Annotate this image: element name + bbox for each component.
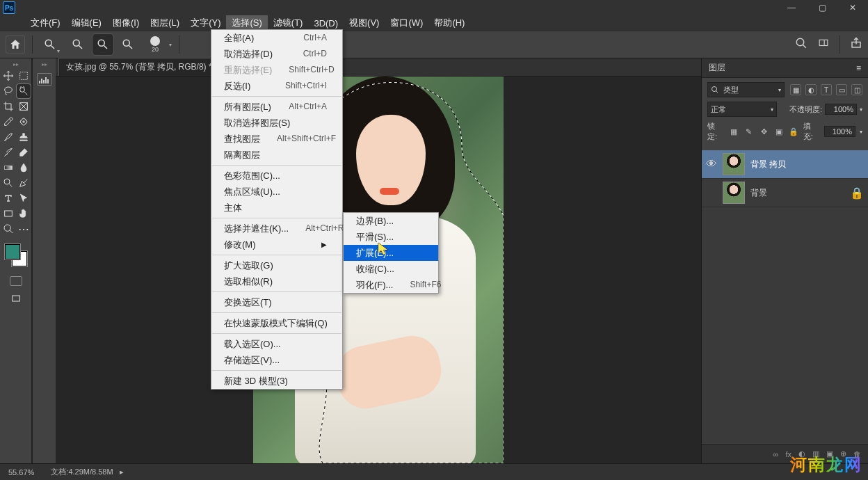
tool-preset-picker[interactable]: ▾ (40, 34, 61, 55)
history-brush-icon[interactable] (1, 145, 15, 159)
fill-value[interactable]: 100% (824, 126, 855, 137)
eraser-tool-icon[interactable] (17, 145, 31, 159)
stamp-tool-icon[interactable] (17, 130, 31, 144)
pen-tool-icon[interactable] (17, 176, 31, 190)
dodge-tool-icon[interactable] (1, 176, 15, 190)
move-tool-icon[interactable] (1, 69, 15, 83)
menu-item[interactable]: 取消选择(D)Ctrl+D (211, 46, 342, 62)
home-button[interactable] (6, 35, 25, 54)
collapsed-panel-icon[interactable] (37, 73, 52, 86)
menu-item[interactable]: 视图(V) (344, 15, 385, 31)
filter-smart-icon[interactable]: ◫ (851, 84, 862, 95)
menu-item[interactable]: 主体 (211, 200, 342, 216)
opacity-value[interactable]: 100% (825, 104, 857, 115)
lock-artboard-icon[interactable]: ▣ (773, 126, 785, 137)
lock-all-icon[interactable]: 🔒 (788, 126, 799, 137)
new-selection-icon[interactable] (67, 34, 88, 55)
menu-item[interactable]: 全部(A)Ctrl+A (211, 30, 342, 46)
healing-tool-icon[interactable] (17, 115, 31, 129)
subtract-selection-icon[interactable] (118, 34, 138, 55)
brush-picker[interactable]: 20 ▾ (145, 35, 172, 54)
maximize-button[interactable]: ▢ (807, 0, 837, 15)
path-select-icon[interactable] (17, 191, 31, 205)
workspace-icon[interactable] (817, 38, 830, 51)
menu-item[interactable]: 帮助(H) (428, 15, 470, 31)
quick-select-tool-icon[interactable] (17, 84, 31, 98)
rectangle-tool-icon[interactable] (1, 207, 15, 221)
brush-tool-icon[interactable] (1, 130, 15, 144)
menu-item[interactable]: 色彩范围(C)... (211, 168, 342, 184)
submenu-item[interactable]: 平滑(S)... (344, 229, 438, 245)
submenu-item[interactable]: 羽化(F)...Shift+F6 (344, 277, 438, 293)
color-swatches[interactable] (3, 243, 29, 268)
menu-item[interactable]: 图像(I) (107, 15, 145, 31)
zoom-level[interactable]: 55.67% (8, 468, 34, 477)
blur-tool-icon[interactable] (17, 161, 31, 175)
add-selection-icon[interactable] (93, 34, 113, 55)
blend-mode-select[interactable]: 正常 ▾ (707, 102, 777, 117)
layer-row[interactable]: 背景🔒 (702, 179, 868, 207)
panel-menu-icon[interactable]: ≡ (856, 63, 861, 73)
layer-filter-select[interactable]: 类型 ▾ (707, 82, 785, 97)
quick-mask-icon[interactable] (10, 276, 22, 286)
opacity-label: 不透明度: (789, 104, 822, 115)
menu-item[interactable]: 取消选择图层(S) (211, 115, 342, 131)
filter-pixel-icon[interactable]: ▦ (790, 84, 801, 95)
menu-item[interactable]: 滤镜(T) (268, 15, 309, 31)
screen-mode-icon[interactable] (9, 291, 23, 305)
minimize-button[interactable]: — (776, 0, 807, 15)
eyedropper-tool-icon[interactable] (1, 115, 15, 129)
panel-footer-icon[interactable]: ∞ (773, 450, 779, 458)
crop-tool-icon[interactable] (1, 99, 15, 113)
hand-tool-icon[interactable] (17, 207, 31, 221)
menu-item[interactable]: 3D(D) (308, 17, 344, 30)
menu-item[interactable]: 隔离图层 (211, 147, 342, 163)
menu-item[interactable]: 修改(M)▶ (211, 237, 342, 253)
menu-item[interactable]: 查找图层Alt+Shift+Ctrl+F (211, 131, 342, 147)
menu-item[interactable]: 选择(S) (226, 15, 267, 31)
submenu-item[interactable]: 边界(B)... (344, 213, 438, 229)
search-icon[interactable] (795, 37, 807, 52)
edit-toolbar-icon[interactable]: ⋯ (17, 222, 31, 236)
foreground-color-swatch[interactable] (5, 244, 20, 259)
menu-item[interactable]: 载入选区(O)... (211, 336, 342, 352)
close-button[interactable]: ✕ (837, 0, 868, 15)
share-icon[interactable] (850, 37, 862, 52)
filter-adjust-icon[interactable]: ◐ (805, 84, 817, 95)
menu-item[interactable]: 窗口(W) (385, 15, 428, 31)
menu-item[interactable]: 选取相似(R) (211, 273, 342, 289)
fill-label: 填充: (803, 121, 820, 142)
menu-item[interactable]: 变换选区(T) (211, 294, 342, 310)
lock-brush-icon[interactable]: ✎ (744, 126, 755, 137)
menu-item[interactable]: 反选(I)Shift+Ctrl+I (211, 78, 342, 94)
type-tool-icon[interactable] (1, 191, 15, 205)
zoom-tool-icon[interactable] (1, 222, 15, 236)
document-tab[interactable]: 女孩.jpg @ 55.7% (背景 拷贝, RGB/8) * (58, 58, 220, 76)
visibility-icon[interactable]: 👁 (706, 158, 717, 170)
menu-item[interactable]: 文字(Y) (185, 15, 226, 31)
menu-item[interactable]: 扩大选取(G) (211, 257, 342, 273)
submenu-item[interactable]: 收缩(C)... (344, 261, 438, 277)
menu-item[interactable]: 新建 3D 模型(3) (211, 373, 342, 389)
gradient-tool-icon[interactable] (1, 161, 15, 175)
submenu-item[interactable]: 扩展(E)... (344, 245, 438, 261)
filter-type-icon[interactable]: T (821, 84, 832, 95)
svg-point-0 (45, 40, 51, 46)
layers-panel-tab[interactable]: 图层 ≡ (702, 58, 868, 78)
filter-shape-icon[interactable]: ▭ (836, 84, 847, 95)
menu-item[interactable]: 选择并遮住(K)...Alt+Ctrl+R (211, 221, 342, 237)
menu-item[interactable]: 在快速蒙版模式下编辑(Q) (211, 315, 342, 331)
artboard-tool-icon[interactable] (17, 69, 31, 83)
layer-row[interactable]: 👁背景 拷贝 (702, 150, 868, 179)
menu-item[interactable]: 图层(L) (145, 15, 185, 31)
frame-tool-icon[interactable] (17, 99, 31, 113)
menu-item[interactable]: 存储选区(V)... (211, 352, 342, 368)
brush-preview-icon (150, 36, 160, 46)
lasso-tool-icon[interactable] (1, 84, 15, 98)
menu-item[interactable]: 编辑(E) (66, 15, 107, 31)
lock-pixels-icon[interactable]: ▦ (728, 126, 739, 137)
lock-position-icon[interactable]: ✥ (758, 126, 769, 137)
menu-item[interactable]: 焦点区域(U)... (211, 184, 342, 200)
menu-item[interactable]: 所有图层(L)Alt+Ctrl+A (211, 99, 342, 115)
menu-item[interactable]: 文件(F) (25, 15, 66, 31)
